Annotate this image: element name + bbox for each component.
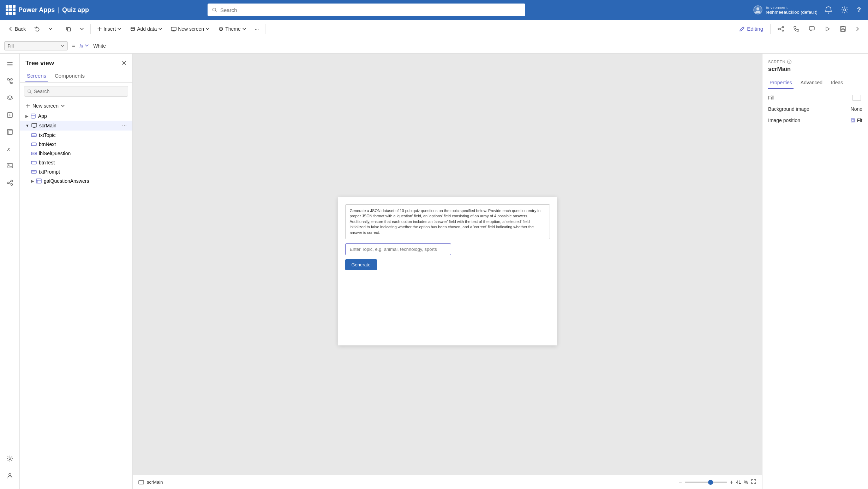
search-input[interactable] (220, 7, 521, 13)
tree-tab-components[interactable]: Components (53, 70, 86, 82)
layers-button[interactable] (2, 90, 18, 106)
zoom-out-button[interactable]: − (678, 479, 682, 485)
background-image-value[interactable]: None (851, 106, 862, 112)
toolbar-right: Editing (736, 24, 864, 34)
save-button[interactable] (836, 24, 850, 34)
settings-sidebar-button[interactable] (2, 451, 18, 466)
env-icon (753, 5, 763, 15)
notification-button[interactable] (823, 5, 834, 15)
help-button[interactable]: ? (856, 5, 862, 15)
undo-button[interactable] (31, 24, 43, 34)
chevron-down-icon-tree (61, 104, 65, 108)
tree-search-input[interactable] (34, 86, 125, 96)
tree-close-button[interactable]: ✕ (121, 59, 127, 67)
canvas-generate-button[interactable]: Generate (345, 259, 377, 270)
property-label: Fill (7, 43, 14, 49)
settings-button[interactable] (839, 5, 850, 15)
media-button[interactable] (2, 158, 18, 174)
tree-item-txtTopic[interactable]: txtTopic (20, 131, 132, 140)
more-button[interactable]: ··· (251, 24, 263, 34)
environment-name: reshmeeauckloo (default) (766, 10, 818, 15)
svg-point-27 (11, 180, 12, 182)
canvas-bottom-bar: scrMain − + 41 % (133, 475, 762, 489)
svg-marker-14 (826, 27, 830, 31)
svg-line-32 (30, 92, 31, 93)
back-button[interactable]: Back (4, 24, 29, 34)
editing-label: Editing (747, 26, 763, 32)
tree-item-galQuestionAnswers[interactable]: ▶ galQuestionAnswers (20, 176, 132, 186)
tree-view-button[interactable] (2, 73, 18, 89)
search-bar[interactable] (208, 4, 525, 16)
play-icon (824, 26, 831, 32)
more-label: ··· (255, 26, 259, 32)
copy-button[interactable] (62, 24, 75, 34)
tree-new-screen-button[interactable]: New screen (20, 100, 132, 111)
back-label: Back (15, 26, 26, 32)
tree-item-app[interactable]: ▶ App (20, 111, 132, 121)
help-circle-icon[interactable]: ? (787, 59, 792, 64)
svg-rect-20 (11, 82, 12, 84)
tree-header: Tree view ✕ (20, 54, 132, 70)
new-screen-toolbar-label: New screen (178, 26, 204, 32)
sidebar-bottom (2, 451, 18, 486)
fill-value[interactable] (852, 95, 862, 101)
right-panel-tab-properties[interactable]: Properties (768, 77, 794, 89)
environment-label: Environment (766, 5, 818, 10)
svg-rect-8 (171, 27, 176, 30)
chevron-down-icon-fx (85, 43, 89, 48)
zoom-slider[interactable] (685, 482, 727, 483)
screen-icon (171, 26, 176, 32)
tree-item-btnNext[interactable]: btnNext (20, 140, 132, 149)
plus-square-icon (7, 112, 13, 118)
play-button[interactable] (821, 24, 834, 34)
share-button[interactable] (774, 24, 788, 34)
right-panel-tab-advanced[interactable]: Advanced (799, 77, 824, 89)
property-selector[interactable]: Fill (4, 41, 68, 50)
fx-indicator: fx (79, 43, 89, 49)
zoom-in-button[interactable]: + (730, 479, 733, 485)
svg-rect-34 (32, 123, 37, 127)
canvas-area: Generate a JSON dataset of 10 pub quiz q… (133, 54, 762, 489)
pencil-icon (739, 26, 745, 32)
data-button[interactable] (2, 124, 18, 140)
divider-4 (770, 24, 771, 34)
expand-canvas-button[interactable] (751, 479, 756, 486)
hamburger-menu-button[interactable] (2, 56, 18, 72)
tree-item-btnTest[interactable]: btnTest (20, 158, 132, 167)
add-data-button[interactable]: Add data (126, 24, 166, 34)
image-position-text: Fit (857, 117, 862, 123)
tree-items: ▶ App ▼ scrMain ··· (20, 111, 132, 489)
variables-button[interactable]: x (2, 141, 18, 157)
gear-icon (841, 6, 849, 14)
tree-item-lblSelQuestion[interactable]: lblSelQuestion (20, 149, 132, 158)
tree-item-scrMain[interactable]: ▼ scrMain ··· (20, 121, 132, 131)
tree-search[interactable] (24, 86, 128, 97)
connectors-button[interactable] (2, 175, 18, 191)
add-control-button[interactable] (2, 107, 18, 123)
right-panel-tab-ideas[interactable]: Ideas (830, 77, 844, 89)
undo-dropdown-button[interactable] (45, 25, 56, 33)
fill-color-swatch (852, 95, 861, 101)
canvas-topic-input[interactable] (345, 243, 451, 255)
comment-button[interactable] (805, 24, 819, 34)
image-position-value[interactable]: Fit (850, 117, 862, 123)
tree-item-txtPrompt[interactable]: txtPrompt (20, 167, 132, 176)
svg-rect-13 (809, 26, 814, 30)
new-screen-toolbar-button[interactable]: New screen (167, 24, 213, 34)
svg-point-26 (7, 182, 9, 184)
tree-tab-screens[interactable]: Screens (25, 70, 48, 82)
svg-point-11 (782, 30, 784, 31)
formula-value: White (93, 43, 106, 49)
waffle-icon[interactable] (6, 5, 16, 15)
account-button[interactable] (2, 468, 18, 483)
copy-dropdown-button[interactable] (76, 25, 88, 33)
zoom-slider-thumb[interactable] (708, 480, 713, 485)
zoom-value: 41 (736, 479, 741, 485)
tree-item-dots[interactable]: ··· (122, 122, 127, 129)
insert-button[interactable]: Insert (94, 24, 125, 34)
call-button[interactable] (790, 24, 803, 34)
right-panel-header: SCREEN ? scrMain (762, 54, 868, 74)
expand-toolbar-button[interactable] (852, 24, 864, 34)
bell-icon (825, 6, 832, 14)
theme-button[interactable]: Theme (215, 24, 250, 34)
